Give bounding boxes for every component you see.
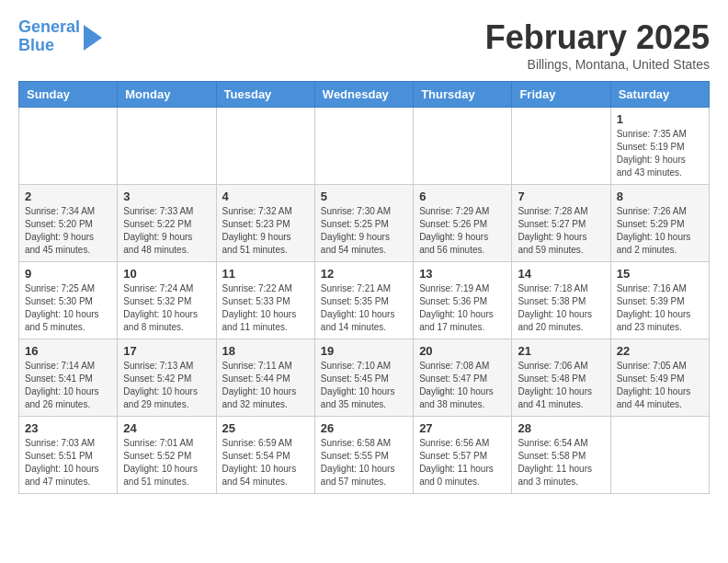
day-number: 20 [419, 344, 506, 358]
calendar-week-row: 1Sunrise: 7:35 AM Sunset: 5:19 PM Daylig… [19, 108, 710, 185]
day-number: 17 [123, 344, 210, 358]
day-info: Sunrise: 7:11 AM Sunset: 5:44 PM Dayligh… [222, 360, 309, 411]
calendar-cell [414, 108, 512, 185]
day-info: Sunrise: 7:08 AM Sunset: 5:47 PM Dayligh… [419, 360, 506, 411]
logo-arrow-icon [84, 25, 102, 51]
day-number: 3 [123, 190, 210, 203]
page-title: February 2025 [485, 18, 710, 57]
day-number: 25 [222, 421, 309, 435]
day-info: Sunrise: 7:14 AM Sunset: 5:41 PM Dayligh… [25, 360, 111, 411]
calendar-cell: 19Sunrise: 7:10 AM Sunset: 5:45 PM Dayli… [314, 339, 413, 417]
header: General Blue February 2025 Billings, Mon… [18, 18, 710, 72]
day-info: Sunrise: 7:01 AM Sunset: 5:52 PM Dayligh… [123, 437, 210, 488]
calendar-cell: 14Sunrise: 7:18 AM Sunset: 5:38 PM Dayli… [512, 262, 610, 339]
calendar-cell: 6Sunrise: 7:29 AM Sunset: 5:26 PM Daylig… [414, 185, 512, 262]
day-number: 7 [518, 190, 604, 203]
day-number: 1 [617, 112, 703, 126]
day-number: 10 [123, 267, 210, 281]
day-number: 8 [617, 190, 703, 203]
day-info: Sunrise: 7:34 AM Sunset: 5:20 PM Dayligh… [25, 205, 111, 257]
calendar-cell: 10Sunrise: 7:24 AM Sunset: 5:32 PM Dayli… [118, 262, 216, 339]
day-info: Sunrise: 7:05 AM Sunset: 5:49 PM Dayligh… [617, 360, 703, 411]
day-info: Sunrise: 6:54 AM Sunset: 5:58 PM Dayligh… [518, 437, 604, 488]
day-info: Sunrise: 7:32 AM Sunset: 5:23 PM Dayligh… [222, 205, 309, 257]
calendar-cell [118, 108, 216, 185]
day-info: Sunrise: 7:18 AM Sunset: 5:38 PM Dayligh… [518, 282, 604, 334]
calendar-cell: 1Sunrise: 7:35 AM Sunset: 5:19 PM Daylig… [610, 108, 709, 185]
calendar-week-row: 16Sunrise: 7:14 AM Sunset: 5:41 PM Dayli… [19, 339, 710, 417]
day-number: 22 [617, 344, 703, 358]
calendar-week-row: 9Sunrise: 7:25 AM Sunset: 5:30 PM Daylig… [19, 262, 710, 339]
calendar-cell: 7Sunrise: 7:28 AM Sunset: 5:27 PM Daylig… [512, 185, 610, 262]
calendar-cell: 5Sunrise: 7:30 AM Sunset: 5:25 PM Daylig… [314, 185, 413, 262]
day-number: 6 [419, 190, 506, 203]
day-number: 28 [518, 421, 604, 435]
day-info: Sunrise: 7:30 AM Sunset: 5:25 PM Dayligh… [321, 205, 407, 257]
calendar-cell: 11Sunrise: 7:22 AM Sunset: 5:33 PM Dayli… [216, 262, 314, 339]
calendar-cell [512, 108, 610, 185]
day-info: Sunrise: 7:28 AM Sunset: 5:27 PM Dayligh… [518, 205, 604, 257]
calendar-cell [610, 417, 709, 494]
day-info: Sunrise: 7:19 AM Sunset: 5:36 PM Dayligh… [419, 282, 506, 334]
day-number: 2 [25, 190, 111, 203]
calendar-cell: 15Sunrise: 7:16 AM Sunset: 5:39 PM Dayli… [610, 262, 709, 339]
calendar-cell: 23Sunrise: 7:03 AM Sunset: 5:51 PM Dayli… [19, 417, 118, 494]
calendar-cell: 16Sunrise: 7:14 AM Sunset: 5:41 PM Dayli… [19, 339, 118, 417]
calendar-cell: 3Sunrise: 7:33 AM Sunset: 5:22 PM Daylig… [118, 185, 216, 262]
day-number: 24 [123, 421, 210, 435]
day-number: 21 [518, 344, 604, 358]
column-header-monday: Monday [118, 82, 216, 108]
day-number: 19 [321, 344, 407, 358]
day-info: Sunrise: 7:13 AM Sunset: 5:42 PM Dayligh… [123, 360, 210, 411]
title-area: February 2025 Billings, Montana, United … [485, 18, 710, 72]
calendar-cell [19, 108, 118, 185]
day-info: Sunrise: 7:33 AM Sunset: 5:22 PM Dayligh… [123, 205, 210, 257]
calendar-cell: 21Sunrise: 7:06 AM Sunset: 5:48 PM Dayli… [512, 339, 610, 417]
column-header-tuesday: Tuesday [216, 82, 314, 108]
day-number: 4 [222, 190, 309, 203]
day-number: 23 [25, 421, 111, 435]
calendar-table: SundayMondayTuesdayWednesdayThursdayFrid… [18, 81, 710, 494]
day-number: 16 [25, 344, 111, 358]
calendar-cell: 17Sunrise: 7:13 AM Sunset: 5:42 PM Dayli… [118, 339, 216, 417]
column-header-friday: Friday [512, 82, 610, 108]
calendar-week-row: 23Sunrise: 7:03 AM Sunset: 5:51 PM Dayli… [19, 417, 710, 494]
logo-text: General Blue [18, 18, 80, 55]
day-info: Sunrise: 7:26 AM Sunset: 5:29 PM Dayligh… [617, 205, 703, 257]
calendar-cell [314, 108, 413, 185]
calendar-cell: 8Sunrise: 7:26 AM Sunset: 5:29 PM Daylig… [610, 185, 709, 262]
day-info: Sunrise: 7:35 AM Sunset: 5:19 PM Dayligh… [617, 128, 703, 179]
calendar-cell: 9Sunrise: 7:25 AM Sunset: 5:30 PM Daylig… [19, 262, 118, 339]
day-info: Sunrise: 7:29 AM Sunset: 5:26 PM Dayligh… [419, 205, 506, 257]
day-info: Sunrise: 7:10 AM Sunset: 5:45 PM Dayligh… [321, 360, 407, 411]
column-header-thursday: Thursday [414, 82, 512, 108]
logo-line2: Blue [18, 36, 54, 54]
logo: General Blue [18, 18, 102, 55]
calendar-cell: 22Sunrise: 7:05 AM Sunset: 5:49 PM Dayli… [610, 339, 709, 417]
day-info: Sunrise: 7:16 AM Sunset: 5:39 PM Dayligh… [617, 282, 703, 334]
day-number: 13 [419, 267, 506, 281]
day-info: Sunrise: 7:22 AM Sunset: 5:33 PM Dayligh… [222, 282, 309, 334]
day-number: 9 [25, 267, 111, 281]
day-info: Sunrise: 6:59 AM Sunset: 5:54 PM Dayligh… [222, 437, 309, 488]
calendar-cell: 24Sunrise: 7:01 AM Sunset: 5:52 PM Dayli… [118, 417, 216, 494]
calendar-cell: 2Sunrise: 7:34 AM Sunset: 5:20 PM Daylig… [19, 185, 118, 262]
day-info: Sunrise: 6:58 AM Sunset: 5:55 PM Dayligh… [321, 437, 407, 488]
column-header-saturday: Saturday [610, 82, 709, 108]
calendar-cell: 20Sunrise: 7:08 AM Sunset: 5:47 PM Dayli… [414, 339, 512, 417]
day-info: Sunrise: 6:56 AM Sunset: 5:57 PM Dayligh… [419, 437, 506, 488]
calendar-header-row: SundayMondayTuesdayWednesdayThursdayFrid… [19, 82, 710, 108]
day-info: Sunrise: 7:21 AM Sunset: 5:35 PM Dayligh… [321, 282, 407, 334]
day-number: 12 [321, 267, 407, 281]
calendar-cell [216, 108, 314, 185]
day-number: 27 [419, 421, 506, 435]
day-number: 5 [321, 190, 407, 203]
day-number: 26 [321, 421, 407, 435]
column-header-wednesday: Wednesday [314, 82, 413, 108]
calendar-cell: 4Sunrise: 7:32 AM Sunset: 5:23 PM Daylig… [216, 185, 314, 262]
day-number: 11 [222, 267, 309, 281]
calendar-cell: 25Sunrise: 6:59 AM Sunset: 5:54 PM Dayli… [216, 417, 314, 494]
calendar-cell: 26Sunrise: 6:58 AM Sunset: 5:55 PM Dayli… [314, 417, 413, 494]
day-number: 18 [222, 344, 309, 358]
calendar-week-row: 2Sunrise: 7:34 AM Sunset: 5:20 PM Daylig… [19, 185, 710, 262]
